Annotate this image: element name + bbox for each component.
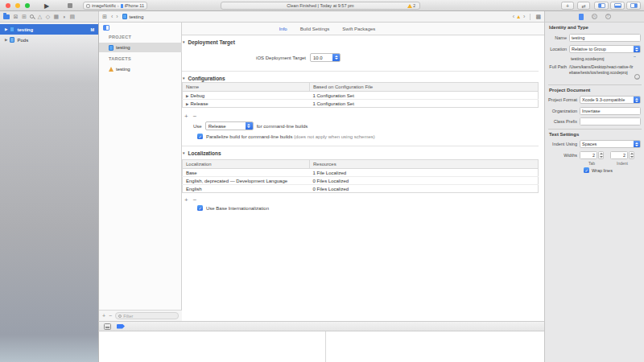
col-resources[interactable]: Resources [310, 160, 539, 169]
row-disclosure-icon[interactable]: ▶ [186, 94, 188, 98]
run-button[interactable]: ▶ [44, 2, 49, 10]
reveal-in-finder-icon[interactable]: → [634, 74, 640, 80]
sidebar-project-testing[interactable]: testing [99, 43, 182, 52]
toggle-debug-area-button[interactable] [610, 2, 625, 10]
filter-field[interactable]: Filter [115, 312, 179, 319]
remove-localization-button[interactable]: − [193, 196, 197, 204]
scheme-selector[interactable]: imageNotification › iPhone 11 [83, 2, 147, 10]
tab-swift-packages[interactable]: Swift Packages [342, 27, 375, 31]
sidebar-target-label: testing [116, 67, 130, 72]
full-path-value: /Users/kans/Desktop/react-native-firebas… [569, 64, 634, 76]
indent-width-stepper[interactable]: 2 [610, 151, 634, 159]
toggle-navigator-button[interactable] [594, 2, 609, 10]
sidebar-target-testing[interactable]: testing [99, 64, 182, 74]
jumpbar-file-name[interactable]: testing [130, 14, 144, 19]
project-editor: PROJECT testing TARGETS testing + − Filt… [98, 23, 544, 321]
col-based-on[interactable]: Based on Configuration File [310, 83, 539, 92]
previous-issue-button[interactable]: ‹ [513, 14, 514, 19]
back-button[interactable]: ‹ [111, 14, 113, 19]
localization-row-english[interactable]: English 0 Files Localized [183, 185, 539, 193]
config-row-debug[interactable]: ▶Debug 1 Configuration Set [183, 92, 539, 100]
disclosure-icon[interactable]: ▶ [5, 27, 7, 31]
class-prefix-field[interactable] [580, 117, 641, 125]
test-navigator-icon[interactable]: ◇ [46, 14, 50, 19]
section-disclosure-icon[interactable]: ▼ [182, 40, 185, 44]
breakpoints-toggle-icon[interactable] [117, 324, 125, 329]
stepper-icon[interactable] [629, 151, 634, 159]
deployment-target-section-header[interactable]: ▼ Deployment Target [182, 39, 235, 45]
close-window-button[interactable] [6, 3, 10, 8]
col-name[interactable]: Name [183, 83, 310, 92]
localizations-section-header[interactable]: ▼ Localizations [182, 150, 221, 156]
section-disclosure-icon[interactable]: ▼ [182, 76, 185, 80]
project-format-dropdown[interactable]: Xcode 9.3-compatible [580, 96, 641, 104]
base-internationalization-checkbox[interactable]: ✓ [197, 205, 203, 211]
col-localization[interactable]: Localization [183, 160, 310, 169]
remove-target-button[interactable]: − [109, 313, 112, 319]
find-navigator-icon[interactable] [30, 14, 34, 19]
project-navigator-icon[interactable] [3, 14, 10, 19]
zoom-window-button[interactable] [25, 3, 30, 8]
disclosure-icon[interactable]: ▶ [5, 38, 7, 42]
configurations-section-header[interactable]: ▼ Configurations [182, 76, 225, 81]
add-localization-button[interactable]: + [184, 196, 188, 204]
navigator-item-testing[interactable]: ▶ testing M [0, 24, 98, 35]
stop-button[interactable] [68, 3, 72, 8]
debug-area-divider [325, 331, 326, 362]
editor-arrangement-button[interactable]: ⇄ [577, 2, 590, 10]
localization-row-base[interactable]: Base 1 File Localized [183, 169, 539, 177]
filter-placeholder: Filter [123, 314, 133, 319]
stepper-icon[interactable] [598, 151, 604, 159]
section-disclosure-icon[interactable]: ▼ [182, 151, 185, 155]
divider [182, 146, 539, 146]
hide-debug-area-icon[interactable] [104, 323, 111, 330]
breakpoint-navigator-icon[interactable]: ◗ [63, 14, 66, 19]
project-section-header: PROJECT [109, 35, 131, 39]
symbol-navigator-icon[interactable]: ⊞ [22, 14, 27, 19]
remove-configuration-button[interactable]: − [193, 113, 197, 120]
add-configuration-button[interactable]: + [184, 113, 188, 120]
parallelize-checkbox[interactable]: ✓ [197, 134, 203, 139]
file-inspector-icon[interactable] [579, 14, 584, 20]
row-disclosure-icon[interactable]: ▶ [186, 102, 188, 106]
history-inspector-icon[interactable]: ◷ [592, 14, 597, 19]
add-editor-button[interactable]: + [561, 2, 574, 10]
quick-help-inspector-icon[interactable]: ? [605, 14, 611, 19]
wrap-lines-label: Wrap lines [592, 168, 613, 173]
divider [182, 71, 539, 72]
name-field[interactable]: testing [569, 34, 641, 42]
command-line-config-combo[interactable]: Release [205, 121, 254, 130]
warning-badge[interactable]: 2 [407, 3, 415, 8]
navigator-panel-icon [598, 3, 605, 8]
editor-options-icon[interactable]: ▩ [535, 14, 541, 20]
minimize-window-button[interactable] [15, 3, 20, 8]
text-settings-header: Text Settings [549, 132, 579, 137]
project-navigator: ▶ testing M ▶ Pods [0, 23, 98, 362]
indent-using-dropdown[interactable]: Spaces [580, 140, 641, 148]
base-internationalization-row: ✓ Use Base Internationalization [197, 205, 269, 211]
tab-width-stepper[interactable]: 2 [580, 151, 604, 159]
hide-sidebar-icon[interactable] [103, 25, 109, 31]
organization-field[interactable]: Invertase [580, 107, 641, 115]
add-target-button[interactable]: + [102, 313, 105, 319]
ios-deployment-target-combo[interactable]: 10.0 [310, 53, 341, 62]
related-items-icon[interactable]: ⊞ [102, 14, 107, 20]
forward-button[interactable]: › [116, 14, 118, 19]
config-row-release[interactable]: ▶Release 1 Configuration Set [183, 100, 539, 108]
debug-navigator-icon[interactable]: ▦ [54, 14, 60, 19]
tab-build-settings[interactable]: Build Settings [300, 27, 330, 31]
localization-row-english-deprecated[interactable]: English, deprecated — Development Langua… [183, 177, 539, 185]
toggle-inspector-button[interactable] [626, 2, 641, 10]
source-control-navigator-icon[interactable]: ⊠ [14, 14, 19, 19]
report-navigator-icon[interactable]: ▤ [69, 14, 75, 19]
tab-info[interactable]: Info [279, 27, 287, 31]
dropdown-stepper-icon [634, 46, 640, 52]
config-add-remove: + − [184, 113, 196, 120]
next-issue-button[interactable]: › [523, 14, 525, 19]
location-dropdown[interactable]: Relative to Group [569, 45, 641, 53]
navigator-tab-bar: ⊠ ⊞ △ ◇ ▦ ◗ ▤ [0, 11, 98, 23]
wrap-lines-checkbox[interactable]: ✓ [584, 167, 589, 173]
navigator-item-pods[interactable]: ▶ Pods [0, 35, 98, 45]
indent-caption: Indent [610, 161, 634, 166]
issue-navigator-icon[interactable]: △ [38, 14, 42, 19]
